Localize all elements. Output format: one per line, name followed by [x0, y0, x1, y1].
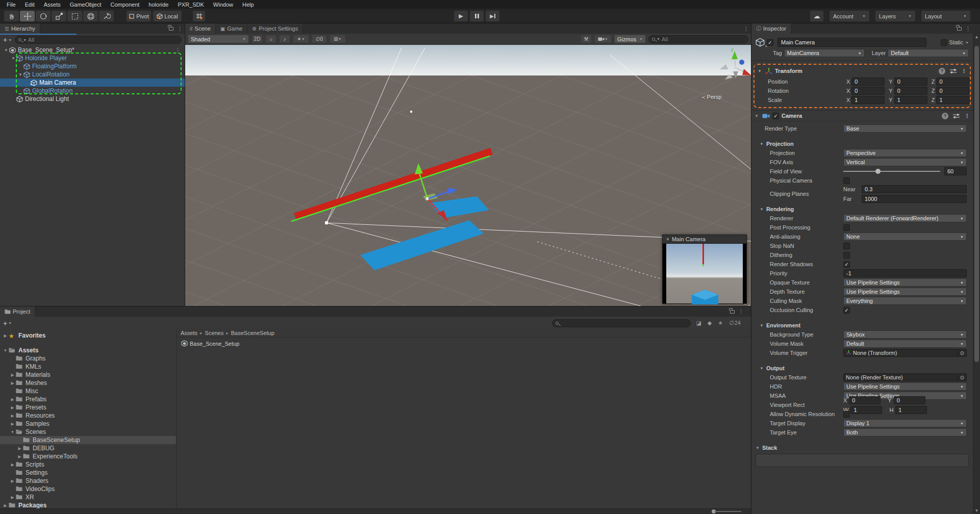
- post-processing-checkbox[interactable]: [843, 224, 850, 231]
- scale-y-field[interactable]: 1: [894, 96, 927, 104]
- perspective-toggle[interactable]: ≺ Persp: [701, 94, 721, 100]
- culling-mask-dropdown[interactable]: Everything▼: [843, 297, 967, 305]
- lighting-toggle[interactable]: ☼: [265, 35, 277, 43]
- project-folder-resources[interactable]: ▶Resources: [0, 412, 176, 420]
- grid-snapping-button[interactable]: [193, 11, 205, 21]
- project-folder-shaders[interactable]: ▶Shaders: [0, 477, 176, 485]
- effects-dropdown[interactable]: ✶▼: [293, 35, 309, 43]
- scene-tools-button[interactable]: ⚒: [581, 35, 592, 43]
- menu-gameobject[interactable]: GameObject: [65, 1, 106, 8]
- component-menu-icon[interactable]: ⋮: [961, 68, 967, 74]
- clipping-planes-near-field[interactable]: 0.3: [862, 185, 967, 193]
- project-folder-meshes[interactable]: ▶Meshes: [0, 379, 176, 387]
- lock-icon[interactable]: [957, 27, 962, 31]
- rotate-tool-button[interactable]: [36, 11, 51, 21]
- project-folder-settings[interactable]: Settings: [0, 469, 176, 477]
- project-folder-basescenesetup[interactable]: BaseSceneSetup: [0, 436, 176, 444]
- expand-arrow-icon[interactable]: ▼: [2, 348, 9, 353]
- hierarchy-search-input[interactable]: ▼ All: [15, 36, 182, 44]
- play-button[interactable]: ▶: [454, 11, 468, 21]
- hdr-dropdown[interactable]: Use Pipeline Settings▼: [843, 382, 967, 391]
- clipping-planes-far-field[interactable]: 1000: [862, 195, 967, 203]
- component-menu-icon[interactable]: ⋮: [964, 113, 970, 119]
- rect-tool-button[interactable]: [67, 11, 82, 21]
- menu-window[interactable]: Window: [209, 1, 238, 8]
- step-button[interactable]: ▶: [486, 11, 499, 21]
- audio-toggle[interactable]: ♪: [279, 35, 290, 43]
- field-of-view-slider[interactable]: [843, 171, 940, 172]
- lock-icon[interactable]: [730, 310, 735, 314]
- tab-inspector[interactable]: ⓘ Inspector: [751, 23, 791, 34]
- tab-hierarchy[interactable]: ☰ Hierarchy: [0, 23, 40, 34]
- menu-component[interactable]: Component: [106, 1, 144, 8]
- orientation-z-cone[interactable]: [739, 60, 744, 65]
- transform-tool-button[interactable]: [83, 11, 98, 21]
- hierarchy-item-directional-light[interactable]: Directional Light: [0, 95, 185, 103]
- allow-dynamic-resolution-checkbox[interactable]: [843, 411, 850, 418]
- rotation-z-field[interactable]: 0: [936, 87, 970, 95]
- scene-handle-square[interactable]: [325, 221, 328, 224]
- favorites-star-icon[interactable]: ★: [718, 320, 723, 326]
- object-picker-icon[interactable]: ⊙: [958, 374, 964, 381]
- tab-project[interactable]: Project: [0, 306, 35, 317]
- dithering-checkbox[interactable]: [843, 252, 850, 259]
- rotation-x-field[interactable]: 0: [851, 87, 885, 95]
- breadcrumb-basescenesetup[interactable]: BaseSceneSetup: [231, 330, 274, 336]
- scene-search-input[interactable]: ▼ All: [648, 35, 748, 43]
- project-folder-samples[interactable]: ▶Samples: [0, 420, 176, 428]
- physical-camera-checkbox[interactable]: [843, 177, 850, 184]
- thumbnail-size-slider[interactable]: [712, 510, 741, 512]
- scene-handle-dot[interactable]: [410, 111, 412, 113]
- scrollbar-thumb[interactable]: [974, 46, 979, 362]
- hierarchy-item-floatingplatform[interactable]: FloatingPlatform: [0, 62, 185, 70]
- project-folder-presets[interactable]: ▶Presets: [0, 403, 176, 412]
- panel-menu-icon[interactable]: ⋮: [738, 309, 744, 315]
- fold-icon[interactable]: ▼: [758, 69, 763, 73]
- cloud-services-button[interactable]: ☁: [810, 11, 823, 21]
- project-folder-materials[interactable]: ▶Materials: [0, 371, 176, 379]
- menu-file[interactable]: File: [2, 1, 20, 8]
- layers-dropdown[interactable]: Layers▼: [875, 11, 915, 21]
- expand-arrow-icon[interactable]: ▶: [9, 373, 16, 377]
- renderer-dropdown[interactable]: Default Renderer (ForwardRenderer)▼: [843, 214, 967, 222]
- section-rendering[interactable]: ▼Rendering: [751, 205, 973, 213]
- scroll-down-icon[interactable]: ▼: [973, 508, 980, 513]
- gizmos-dropdown[interactable]: Gizmos ▼: [614, 35, 646, 43]
- scroll-up-icon[interactable]: ▲: [973, 35, 980, 39]
- hierarchy-item-holoride-player[interactable]: ▼Holoride Player: [0, 54, 185, 62]
- rotation-y-field[interactable]: 0: [894, 87, 927, 95]
- help-icon[interactable]: ?: [939, 68, 945, 74]
- presets-icon[interactable]: [950, 68, 957, 74]
- hierarchy-item-main-camera[interactable]: +Main Camera: [0, 79, 185, 87]
- expand-arrow-icon[interactable]: ▶: [2, 503, 9, 508]
- expand-arrow-icon[interactable]: ▼: [10, 56, 16, 61]
- viewport-rect-y-field[interactable]: 0: [894, 396, 925, 404]
- project-folder-graphs[interactable]: Graphs: [0, 354, 176, 363]
- project-folder-kmls[interactable]: KMLs: [0, 363, 176, 371]
- menu-assets[interactable]: Assets: [39, 1, 65, 8]
- presets-icon[interactable]: [953, 113, 960, 119]
- project-folder-misc[interactable]: Misc: [0, 387, 176, 395]
- expand-arrow-icon[interactable]: ▶: [9, 414, 16, 418]
- hierarchy-item-localrotation[interactable]: ▼LocalRotation: [0, 70, 185, 79]
- project-folder-scenes[interactable]: ▼Scenes: [0, 428, 176, 436]
- expand-arrow-icon[interactable]: ▶: [9, 381, 16, 386]
- static-checkbox[interactable]: [941, 39, 947, 46]
- fold-icon[interactable]: ▼: [666, 237, 670, 242]
- project-folder-scripts[interactable]: ▶Scripts: [0, 460, 176, 469]
- expand-arrow-icon[interactable]: ▶: [9, 397, 16, 402]
- section-output[interactable]: ▼Output: [751, 364, 973, 372]
- expand-arrow-icon[interactable]: ▶: [9, 405, 16, 410]
- scale-tool-button[interactable]: [52, 11, 66, 21]
- object-picker-icon[interactable]: ⊙: [958, 349, 964, 356]
- tab-scene[interactable]: #Scene: [185, 23, 216, 34]
- panel-menu-icon[interactable]: ⋮: [965, 25, 971, 32]
- hand-tool-button[interactable]: [4, 11, 19, 21]
- asset-label-icon[interactable]: ◆: [708, 320, 712, 326]
- account-dropdown[interactable]: Account▼: [830, 11, 869, 21]
- output-texture-object-field[interactable]: None (Render Texture)⊙: [843, 373, 967, 381]
- project-folder-xr[interactable]: ▶XR: [0, 493, 176, 501]
- pivot-toggle[interactable]: Pivot: [127, 11, 151, 21]
- layer-dropdown[interactable]: Default▼: [888, 49, 969, 57]
- move-tool-button[interactable]: [20, 11, 35, 21]
